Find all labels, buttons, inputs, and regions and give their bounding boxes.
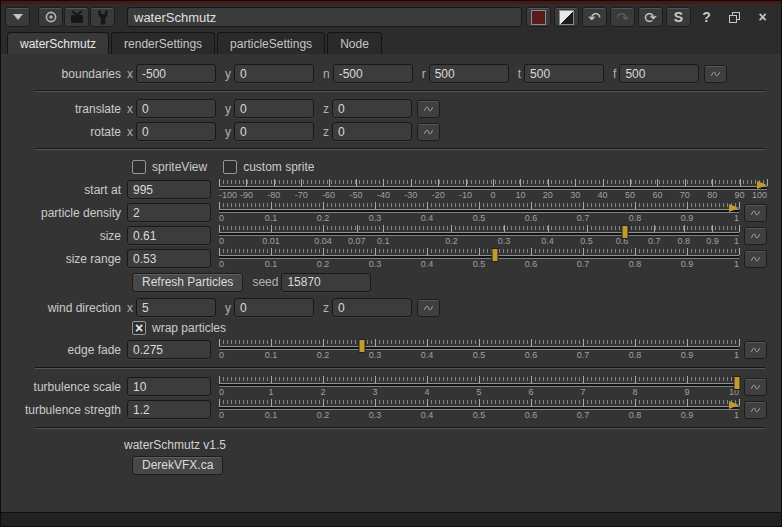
tab-particlesettings[interactable]: particleSettings bbox=[217, 32, 325, 54]
focus-node-button[interactable] bbox=[38, 7, 63, 27]
size-slider[interactable]: 00.010.040.070.10.20.30.40.50.60.70.80.9… bbox=[219, 225, 739, 247]
slider-major-tick bbox=[739, 248, 740, 255]
start-at-input[interactable] bbox=[127, 180, 211, 199]
turbulence-scale-input[interactable] bbox=[127, 377, 211, 396]
start-at-slider[interactable]: -100-90-80-70-60-50-40-30-20-10010203040… bbox=[219, 179, 767, 201]
edge-fade-anim-button[interactable] bbox=[744, 341, 767, 359]
translate-y-input[interactable] bbox=[234, 99, 314, 118]
slider-handle[interactable] bbox=[734, 377, 739, 389]
slider-major-tick bbox=[520, 179, 521, 186]
rotate-x-input[interactable] bbox=[136, 122, 216, 141]
revert-button[interactable]: ⟳ bbox=[638, 7, 663, 27]
turbulence-scale-anim-button[interactable] bbox=[744, 378, 767, 396]
rotate-z-input[interactable] bbox=[332, 122, 412, 141]
help-button[interactable]: ? bbox=[694, 7, 719, 27]
boundaries-n-input[interactable] bbox=[333, 64, 413, 83]
close-button[interactable]: × bbox=[750, 7, 775, 27]
wind-direction-y-input[interactable] bbox=[234, 298, 314, 317]
turbulence-stregth-anim-button[interactable] bbox=[744, 401, 767, 419]
slider-major-tick bbox=[687, 248, 688, 255]
slider-handle[interactable] bbox=[757, 181, 767, 189]
slider-major-tick bbox=[375, 248, 376, 255]
slider-handle[interactable] bbox=[729, 401, 739, 409]
wind-direction-x-input[interactable] bbox=[136, 298, 216, 317]
translate-anim-button[interactable] bbox=[417, 100, 440, 118]
boundaries-f-input[interactable] bbox=[619, 64, 699, 83]
spriteview-checkbox[interactable]: spriteView bbox=[132, 160, 207, 174]
slider-handle[interactable] bbox=[492, 249, 497, 261]
slider-tick-label: 1 bbox=[734, 259, 739, 269]
script-button[interactable]: S bbox=[666, 7, 691, 27]
wind-direction-anim-button[interactable] bbox=[417, 299, 440, 317]
particle-density-input[interactable] bbox=[127, 203, 211, 222]
boundaries-t-input[interactable] bbox=[524, 64, 604, 83]
slider-tick-label: 0.6 bbox=[525, 213, 538, 223]
slider-major-tick bbox=[427, 248, 428, 255]
size-range-input[interactable] bbox=[127, 249, 211, 268]
refresh-particles-button[interactable]: Refresh Particles bbox=[132, 273, 243, 292]
size-row: size 00.010.040.070.10.20.30.40.50.60.70… bbox=[9, 224, 767, 247]
edge-fade-input[interactable] bbox=[127, 340, 211, 359]
settings-wrench-button[interactable] bbox=[90, 7, 115, 27]
boundaries-y-input[interactable] bbox=[234, 64, 314, 83]
size-input[interactable] bbox=[127, 226, 211, 245]
curve-icon bbox=[751, 230, 760, 242]
boundaries-anim-button[interactable] bbox=[704, 65, 727, 83]
slider-major-tick bbox=[323, 202, 324, 209]
slider-handle[interactable] bbox=[360, 340, 365, 352]
slider-handle[interactable] bbox=[623, 226, 628, 238]
size-range-slider[interactable]: 00.10.20.30.40.50.60.70.80.91 bbox=[219, 248, 739, 270]
redo-button[interactable]: ↷ bbox=[610, 7, 635, 27]
float-panel-button[interactable] bbox=[722, 7, 747, 27]
slider-major-tick bbox=[323, 399, 324, 406]
slider-major-tick bbox=[687, 376, 688, 383]
slider-major-tick bbox=[271, 339, 272, 346]
curve-icon bbox=[424, 103, 433, 115]
size-range-anim-button[interactable] bbox=[744, 250, 767, 268]
undo-button[interactable]: ↶ bbox=[582, 7, 607, 27]
rotate-y-input[interactable] bbox=[234, 122, 314, 141]
turbulence-stregth-slider[interactable]: 00.10.20.30.40.50.60.70.80.91 bbox=[219, 399, 739, 421]
boundaries-x-input[interactable] bbox=[136, 64, 216, 83]
panel-color-button[interactable] bbox=[554, 7, 579, 27]
turbulence-scale-slider[interactable]: 012345678910 bbox=[219, 376, 739, 398]
axis-x-label: x bbox=[127, 67, 133, 81]
monitor-out-button[interactable] bbox=[64, 7, 89, 27]
derekvfx-link-button[interactable]: DerekVFX.ca bbox=[132, 456, 223, 475]
slider-tick-label: 0.7 bbox=[648, 236, 661, 246]
seed-input[interactable] bbox=[281, 273, 371, 292]
translate-z-input[interactable] bbox=[332, 99, 412, 118]
slider-major-tick bbox=[219, 339, 220, 346]
curve-icon bbox=[751, 381, 760, 393]
node-name-input[interactable] bbox=[127, 7, 522, 27]
slider-tick-label: 5 bbox=[476, 387, 481, 397]
size-range-row: size range 00.10.20.30.40.50.60.70.80.91 bbox=[9, 247, 767, 270]
slider-tick-label: 80 bbox=[707, 190, 717, 200]
slider-major-tick bbox=[685, 179, 686, 186]
wind-direction-z-input[interactable] bbox=[332, 298, 412, 317]
slider-tickband bbox=[219, 226, 739, 230]
dropdown-menu-button[interactable] bbox=[5, 7, 30, 27]
edge-fade-slider[interactable]: 00.10.20.30.40.50.60.70.80.91 bbox=[219, 339, 739, 361]
slider-major-tick bbox=[479, 399, 480, 406]
boundaries-r-input[interactable] bbox=[429, 64, 509, 83]
node-color-button[interactable] bbox=[526, 7, 551, 27]
translate-x-input[interactable] bbox=[136, 99, 216, 118]
turbulence-stregth-input[interactable] bbox=[127, 400, 211, 419]
particle-density-anim-button[interactable] bbox=[744, 204, 767, 222]
slider-major-tick bbox=[583, 202, 584, 209]
slider-major-tick bbox=[375, 339, 376, 346]
slider-tick-label: 70 bbox=[680, 190, 690, 200]
slider-tick-label: 0.3 bbox=[369, 350, 382, 360]
rotate-anim-button[interactable] bbox=[417, 123, 440, 141]
slider-tick-label: -90 bbox=[240, 190, 253, 200]
size-anim-button[interactable] bbox=[744, 227, 767, 245]
wind-direction-row: wind direction x y z bbox=[9, 297, 767, 318]
wrap-particles-checkbox[interactable]: × wrap particles bbox=[132, 321, 226, 335]
tab-rendersettings[interactable]: renderSettings bbox=[111, 32, 215, 54]
slider-handle[interactable] bbox=[729, 204, 739, 212]
particle-density-slider[interactable]: 00.10.20.30.40.50.60.70.80.91 bbox=[219, 202, 739, 224]
custom-sprite-checkbox[interactable]: custom sprite bbox=[223, 160, 314, 174]
tab-node[interactable]: Node bbox=[327, 32, 382, 54]
tab-waterschmutz[interactable]: waterSchmutz bbox=[7, 32, 109, 54]
